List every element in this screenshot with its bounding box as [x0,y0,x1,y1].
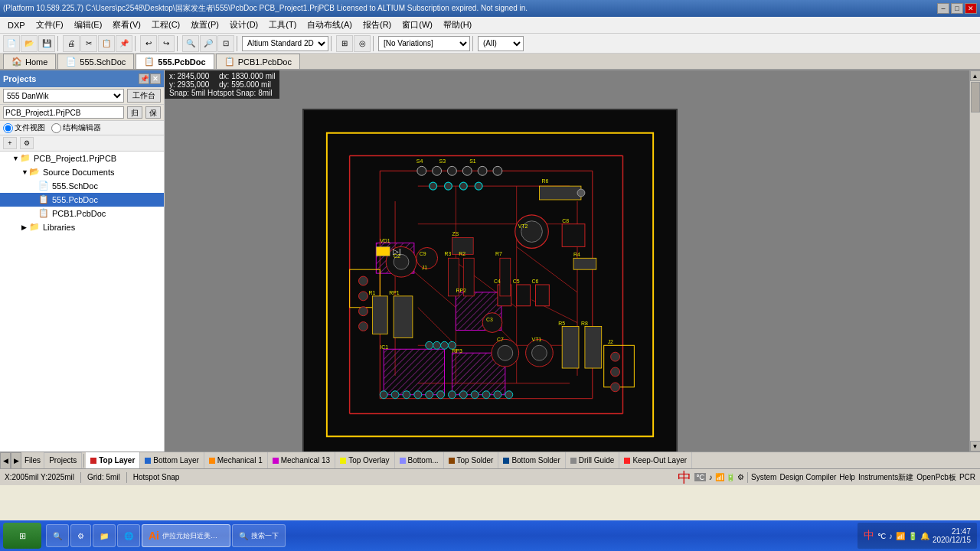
svg-point-86 [359,292,368,301]
status-system[interactable]: System [751,473,776,481]
layer-tab-bottom2[interactable]: Bottom... [395,452,444,469]
layer-tab-files[interactable]: Files [21,456,44,465]
radio-struct-editor[interactable]: 结构编辑器 [51,122,101,133]
workspace-button[interactable]: 工作台 [127,89,161,103]
tb-zoom-in[interactable]: 🔍 [182,35,199,52]
layer-tab-projects[interactable]: Projects [44,452,82,469]
svg-text:R3: R3 [445,251,452,256]
pcb-board[interactable]: VD1 ▷| S4 S3 S1 R6 VT2 C8 R4 ZS R3 R2 R7… [302,109,678,452]
scroll-thumb[interactable] [971,82,980,112]
taskbar-settings[interactable]: ⚙ [70,524,91,547]
project-confirm-button[interactable]: 保 [145,106,161,119]
layer-tab-drillguide[interactable]: Drill Guide [566,452,620,469]
vertical-scrollbar[interactable]: ▲ ▼ [969,70,980,452]
tb-new[interactable]: 📄 [3,35,20,52]
menu-help[interactable]: 帮助(H) [439,18,476,32]
status-pcr[interactable]: PCR [959,473,975,481]
layer-tab-bottomsolder[interactable]: Bottom Solder [498,452,565,469]
layer-tab-mech13[interactable]: Mechanical 13 [268,452,335,469]
svg-rect-24 [384,349,444,394]
taskbar-search[interactable]: 🔍 [46,524,69,547]
menu-file[interactable]: 文件(F) [31,18,68,32]
taskbar-explorer[interactable]: 📁 [93,524,116,547]
pcb-canvas-area[interactable]: x: 2845,000 dx: 1830.000 mil y: 2935,000… [165,70,980,452]
tree-item-source[interactable]: ▼ 📂 Source Documents [0,165,164,179]
layer-nav-left[interactable]: ◀ [0,452,11,469]
tab-home[interactable]: 🏠 Home [3,54,56,69]
sidebar-pin[interactable]: 📌 [139,73,149,84]
layer-tab-mech1[interactable]: Mechanical 1 [204,452,268,469]
tree-item-project[interactable]: ▼ 📁 PCB_Project1.PrjPCB [0,152,164,165]
menu-edit[interactable]: 编辑(E) [70,18,107,32]
tb-snap[interactable]: ◎ [354,35,371,52]
tree-item-pcb1[interactable]: 📋 PCB1.PcbDoc [0,207,164,220]
tb-print[interactable]: 🖨 [63,35,80,52]
layer-tab-top[interactable]: Top Layer [86,452,140,469]
tb-grid[interactable]: ⊞ [336,35,353,52]
tab-555pcbdoc-label: 555.PcbDoc [158,57,205,67]
status-open-pcb[interactable]: OpenPcb板 [916,472,956,483]
menu-report[interactable]: 报告(R) [358,18,396,32]
radio-file-view[interactable]: 文件视图 [3,122,45,133]
tb-save[interactable]: 💾 [38,35,55,52]
tray-notify[interactable]: 🔔 [920,532,929,540]
x-label: x: 2845,000 [169,72,209,80]
svg-text:RP3: RP3 [452,348,462,354]
workspace-select[interactable]: 555 DanWik [3,89,124,103]
mech13-dot [273,458,279,464]
menu-project[interactable]: 工程(C) [147,18,185,32]
taskbar-browser[interactable]: 🌐 [117,524,140,547]
layer-tab-bottom[interactable]: Bottom Layer [140,452,204,469]
layer-tab-topoverlay[interactable]: Top Overlay [335,452,394,469]
tb-zoom-out[interactable]: 🔎 [200,35,217,52]
sidebar-close[interactable]: ✕ [150,73,161,84]
tb-undo[interactable]: ↩ [140,35,157,52]
minimize-button[interactable]: – [937,3,949,14]
sidebar-add-button[interactable]: + [3,137,17,149]
tray-lang[interactable]: 中 [864,529,874,543]
tb-paste[interactable]: 📌 [116,35,132,52]
variations-select[interactable]: [No Variations] [378,36,470,51]
tb-open[interactable]: 📂 [21,35,38,52]
tray-audio[interactable]: ♪ [889,532,893,540]
tray-battery[interactable]: 🔋 [908,532,917,540]
scheme-select[interactable]: Altium Standard 2D [242,36,328,51]
menu-design[interactable]: 设计(D) [225,18,263,32]
content-area: Projects 📌 ✕ 555 DanWik 工作台 归 保 文件视图 结构编… [0,70,980,452]
layer-nav-right[interactable]: ▶ [11,452,21,469]
all-select[interactable]: (All) [478,36,524,51]
tab-555pcbdoc[interactable]: 📋 555.PcbDoc [136,54,214,69]
menu-view[interactable]: 察看(V) [108,18,145,32]
tree-item-555sch[interactable]: 📄 555.SchDoc [0,179,164,193]
taskbar-searchone[interactable]: 🔍 搜索一下 [232,524,286,547]
tb-copy[interactable]: 📋 [98,35,115,52]
status-help[interactable]: Help [839,473,855,481]
project-save-button[interactable]: 归 [127,106,142,119]
menu-place[interactable]: 放置(P) [186,18,224,32]
taskbar-altium[interactable]: Ai 伊拉元始归近美贸所 [142,524,230,547]
status-instruments[interactable]: Instruments新建 [858,472,913,483]
menu-dxp[interactable]: DXP [3,19,30,31]
bottomsolder-dot [503,458,509,464]
tb-cut[interactable]: ✂ [80,35,97,52]
layer-tab-keepout[interactable]: Keep-Out Layer [619,452,692,469]
layer-tab-topsolder[interactable]: Top Solder [444,452,499,469]
tb-redo[interactable]: ↪ [158,35,175,52]
tree-item-555pcb[interactable]: 📋 555.PcbDoc [0,193,164,207]
maximize-button[interactable]: □ [951,3,963,14]
sidebar-options-button[interactable]: ⚙ [20,137,34,149]
menu-window[interactable]: 窗口(W) [397,18,437,32]
tray-network[interactable]: 📶 [896,532,905,540]
tb-zoom-fit[interactable]: ⊡ [217,35,234,52]
status-design-compiler[interactable]: Design Compiler [779,473,836,481]
scroll-up-button[interactable]: ▲ [970,70,981,81]
project-path-input[interactable] [3,106,124,119]
tree-item-libs[interactable]: ▶ 📁 Libraries [0,220,164,234]
start-button[interactable]: ⊞ [3,523,41,549]
tab-pcb1pcbdoc[interactable]: 📋 PCB1.PcbDoc [216,54,300,69]
menu-autoroute[interactable]: 自动布线(A) [302,18,357,32]
close-button[interactable]: ✕ [965,3,977,14]
tab-555schdoc[interactable]: 📄 555.SchDoc [57,54,134,69]
menu-tools[interactable]: 工具(T) [264,18,301,32]
scroll-down-button[interactable]: ▼ [970,441,981,452]
